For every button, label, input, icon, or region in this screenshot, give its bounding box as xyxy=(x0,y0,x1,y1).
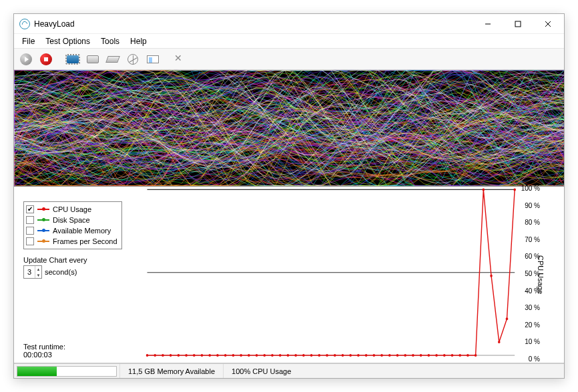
status-cpu: 100% CPU Usage xyxy=(223,364,299,378)
svg-point-45 xyxy=(443,354,446,357)
y-axis-label: CPU Usage xyxy=(537,255,545,294)
wrench-icon xyxy=(174,54,185,65)
svg-point-17 xyxy=(224,354,227,357)
y-tick: 10 % xyxy=(525,338,540,345)
stop-icon xyxy=(40,53,52,65)
disk-button[interactable] xyxy=(83,51,102,68)
legend-color-icon xyxy=(37,209,49,210)
legend-item[interactable]: Disk Space xyxy=(26,215,117,225)
chart-area: ✔CPU UsageDisk SpaceAvailable MemoryFram… xyxy=(14,187,564,363)
legend: ✔CPU UsageDisk SpaceAvailable MemoryFram… xyxy=(23,201,122,249)
svg-point-14 xyxy=(201,354,204,357)
panel-button[interactable] xyxy=(143,51,162,68)
panel-icon xyxy=(147,55,159,63)
menu-testoptions[interactable]: Test Options xyxy=(40,35,95,47)
svg-point-9 xyxy=(162,354,164,357)
legend-label: Disk Space xyxy=(53,216,90,224)
toolbar xyxy=(14,49,564,70)
svg-point-19 xyxy=(240,354,242,357)
fan-icon xyxy=(127,54,138,65)
svg-point-38 xyxy=(388,354,391,357)
fps-button[interactable] xyxy=(123,51,142,68)
y-tick: 80 % xyxy=(525,219,540,226)
svg-point-13 xyxy=(193,354,196,357)
svg-point-42 xyxy=(420,354,422,357)
y-tick: 0 % xyxy=(529,355,540,363)
svg-point-28 xyxy=(310,354,313,357)
svg-point-10 xyxy=(170,354,172,357)
svg-point-25 xyxy=(287,354,290,357)
status-memory: 11,5 GB Memory Available xyxy=(119,364,223,378)
update-interval-input[interactable]: 3 ▲▼ xyxy=(23,265,42,279)
y-tick: 70 % xyxy=(525,235,540,243)
legend-item[interactable]: Available Memory xyxy=(26,225,117,236)
disk-icon xyxy=(87,55,99,63)
window-controls xyxy=(473,15,563,33)
app-window: HeavyLoad File Test Options Tools Help ✔… xyxy=(13,13,565,379)
legend-item[interactable]: Frames per Second xyxy=(26,236,117,247)
gpu-visualization xyxy=(14,70,564,187)
svg-point-7 xyxy=(146,354,149,357)
svg-point-30 xyxy=(326,354,328,357)
svg-point-44 xyxy=(435,354,438,357)
legend-color-icon xyxy=(37,219,49,221)
menu-file[interactable]: File xyxy=(17,35,40,47)
cpu-button[interactable] xyxy=(63,51,82,68)
settings-button[interactable] xyxy=(170,51,189,68)
update-interval-spinner[interactable]: ▲▼ xyxy=(35,266,41,278)
svg-point-48 xyxy=(467,354,469,357)
svg-point-41 xyxy=(412,354,414,357)
legend-checkbox[interactable]: ✔ xyxy=(26,205,34,213)
svg-point-37 xyxy=(380,354,383,357)
svg-point-32 xyxy=(342,354,344,357)
update-interval-control: Update Chart every 3 ▲▼ second(s) xyxy=(23,256,87,279)
y-tick: 20 % xyxy=(525,321,540,328)
svg-rect-1 xyxy=(515,21,521,27)
svg-point-49 xyxy=(475,354,477,357)
legend-label: Available Memory xyxy=(53,227,111,235)
svg-point-8 xyxy=(154,354,156,357)
svg-point-22 xyxy=(263,354,266,357)
legend-label: Frames per Second xyxy=(53,237,117,245)
svg-point-16 xyxy=(216,354,219,357)
legend-checkbox[interactable] xyxy=(26,227,34,235)
stop-button[interactable] xyxy=(37,51,55,68)
minimize-button[interactable] xyxy=(473,15,503,33)
app-title: HeavyLoad xyxy=(34,19,75,29)
svg-point-18 xyxy=(232,354,235,357)
play-button[interactable] xyxy=(17,51,35,68)
menubar: File Test Options Tools Help xyxy=(14,34,564,49)
svg-point-40 xyxy=(404,354,406,357)
statusbar: 11,5 GB Memory Available 100% CPU Usage xyxy=(14,363,564,378)
memory-button[interactable] xyxy=(103,51,122,68)
svg-point-20 xyxy=(248,354,250,357)
svg-point-52 xyxy=(498,341,501,343)
svg-point-35 xyxy=(365,354,368,357)
legend-item[interactable]: ✔CPU Usage xyxy=(26,204,117,215)
play-icon xyxy=(20,53,32,65)
svg-point-27 xyxy=(302,354,305,357)
status-progress xyxy=(17,366,117,377)
legend-checkbox[interactable] xyxy=(26,237,34,245)
svg-point-11 xyxy=(178,354,180,357)
svg-point-23 xyxy=(271,354,274,357)
menu-tools[interactable]: Tools xyxy=(95,35,125,47)
menu-help[interactable]: Help xyxy=(125,35,152,47)
legend-checkbox[interactable] xyxy=(26,216,34,224)
update-interval-label: Update Chart every xyxy=(23,256,87,264)
runtime-label: Test runtime: xyxy=(23,343,65,351)
runtime-value: 00:00:03 xyxy=(23,351,65,359)
legend-color-icon xyxy=(37,241,49,242)
legend-label: CPU Usage xyxy=(53,205,91,213)
close-button[interactable] xyxy=(533,15,563,33)
svg-point-39 xyxy=(396,354,399,357)
svg-point-46 xyxy=(451,354,454,357)
svg-point-34 xyxy=(357,354,360,357)
svg-point-12 xyxy=(185,354,188,357)
svg-point-43 xyxy=(428,354,430,357)
svg-point-21 xyxy=(256,354,258,357)
maximize-button[interactable] xyxy=(503,15,533,33)
test-runtime: Test runtime: 00:00:03 xyxy=(23,343,65,359)
svg-point-47 xyxy=(459,354,461,357)
mem-icon xyxy=(105,56,120,63)
